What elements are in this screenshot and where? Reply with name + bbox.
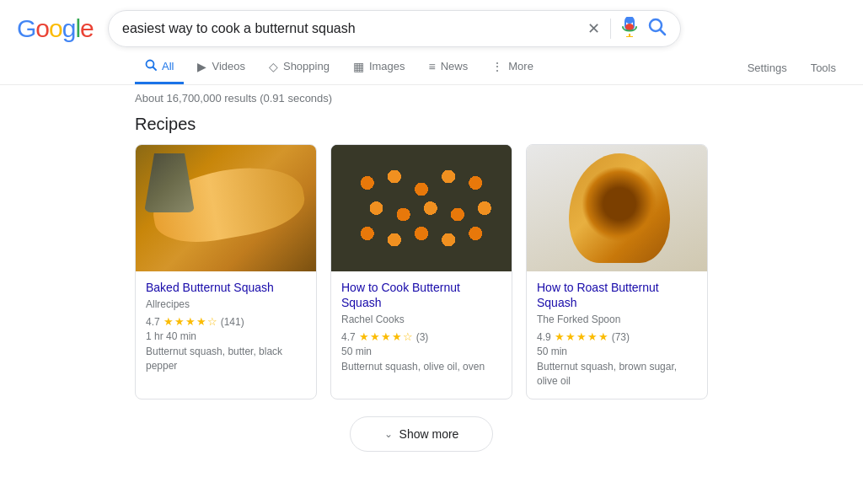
settings-link[interactable]: Settings xyxy=(737,53,797,83)
recipe-card-baked[interactable]: Baked Butternut Squash Allrecipes 4.7 ★ … xyxy=(135,144,317,399)
star-2: ★ xyxy=(370,330,380,343)
video-icon: ▶ xyxy=(197,60,206,73)
recipe-source-roast: The Forked Spoon xyxy=(537,314,697,325)
stars-roast: ★ ★ ★ ★ ★ xyxy=(555,330,608,343)
recipe-info-roast: How to Roast Butternut Squash The Forked… xyxy=(527,271,707,399)
tab-news-label: News xyxy=(441,60,469,72)
recipe-rating-cook: 4.7 ★ ★ ★ ★ ☆ (3) xyxy=(341,330,501,343)
result-stats: About 16,700,000 results (0.91 seconds) xyxy=(0,85,863,111)
recipe-time-cook: 50 min xyxy=(341,346,501,357)
recipe-time-roast: 50 min xyxy=(537,346,697,357)
nav-tabs: All ▶ Videos ◇ Shopping ▦ Images ≡ News … xyxy=(0,47,863,85)
recipe-ingredients-cook: Butternut squash, olive oil, oven xyxy=(341,360,501,374)
recipes-section-title: Recipes xyxy=(135,115,708,134)
tab-all-label: All xyxy=(162,60,174,72)
tab-news[interactable]: ≡ News xyxy=(419,51,479,84)
tab-shopping-label: Shopping xyxy=(283,60,330,72)
search-bar[interactable]: easiest way to cook a butternut squash ✕ xyxy=(108,10,681,47)
tab-images[interactable]: ▦ Images xyxy=(343,51,415,84)
stars-baked: ★ ★ ★ ★ ☆ xyxy=(163,315,217,328)
recipe-ingredients-baked: Butternut squash, butter, black pepper xyxy=(146,345,306,373)
tab-more-label: More xyxy=(508,60,533,72)
recipe-image-roast xyxy=(527,145,707,271)
main-content: Recipes Baked Butternut Squash Allrecipe… xyxy=(0,111,725,469)
recipe-image-cook xyxy=(331,145,512,271)
recipe-card-cook[interactable]: How to Cook Butternut Squash Rachel Cook… xyxy=(330,144,512,399)
rating-number-roast: 4.9 xyxy=(537,331,551,343)
recipe-source-cook: Rachel Cooks xyxy=(341,314,501,325)
nav-right: Settings Tools xyxy=(737,53,846,83)
baked-image-placeholder xyxy=(136,145,316,271)
more-icon: ⋮ xyxy=(491,60,503,73)
star-4: ★ xyxy=(392,330,402,343)
recipe-rating-roast: 4.9 ★ ★ ★ ★ ★ (73) xyxy=(537,330,697,343)
tab-more[interactable]: ⋮ More xyxy=(481,51,544,84)
shopping-icon: ◇ xyxy=(269,60,278,73)
tab-videos-label: Videos xyxy=(212,60,245,72)
star-1: ★ xyxy=(555,330,565,343)
logo-letter-o2: o xyxy=(49,14,62,42)
star-2: ★ xyxy=(174,315,185,328)
star-1: ★ xyxy=(163,315,174,328)
chevron-down-icon: ⌄ xyxy=(384,428,393,440)
recipe-title-baked[interactable]: Baked Butternut Squash xyxy=(146,280,306,295)
result-stats-text: About 16,700,000 results (0.91 seconds) xyxy=(135,92,332,105)
logo-letter-g: G xyxy=(17,14,35,42)
star-half: ☆ xyxy=(403,330,413,343)
logo-letter-g2: g xyxy=(62,14,76,42)
tab-images-label: Images xyxy=(369,60,405,72)
recipe-info-baked: Baked Butternut Squash Allrecipes 4.7 ★ … xyxy=(136,271,316,383)
star-3: ★ xyxy=(185,315,196,328)
tab-videos[interactable]: ▶ Videos xyxy=(187,51,255,84)
images-icon: ▦ xyxy=(353,60,364,73)
recipe-rating-baked: 4.7 ★ ★ ★ ★ ☆ (141) xyxy=(146,315,306,328)
svg-line-8 xyxy=(153,67,157,71)
search-icon xyxy=(145,59,157,73)
show-more-container: ⌄ Show more xyxy=(135,416,708,452)
review-count-baked: (141) xyxy=(221,316,244,328)
review-count-roast: (73) xyxy=(612,331,630,343)
recipe-title-cook[interactable]: How to Cook Butternut Squash xyxy=(341,280,501,310)
recipe-image-baked xyxy=(136,145,316,271)
star-3: ★ xyxy=(381,330,391,343)
svg-line-6 xyxy=(661,29,666,35)
tab-shopping[interactable]: ◇ Shopping xyxy=(259,51,340,84)
recipe-info-cook: How to Cook Butternut Squash Rachel Cook… xyxy=(331,271,512,384)
search-submit-icon[interactable] xyxy=(648,18,667,40)
star-4: ★ xyxy=(196,315,206,328)
header: Google easiest way to cook a butternut s… xyxy=(0,0,863,47)
icon-divider xyxy=(610,19,611,39)
google-logo[interactable]: Google xyxy=(17,14,94,43)
search-bar-wrapper: easiest way to cook a butternut squash ✕ xyxy=(108,10,681,47)
star-5: ★ xyxy=(598,330,608,343)
news-icon: ≡ xyxy=(429,60,436,73)
review-count-cook: (3) xyxy=(416,331,429,343)
tools-link[interactable]: Tools xyxy=(801,53,846,83)
show-more-label: Show more xyxy=(399,427,459,441)
star-4: ★ xyxy=(587,330,598,343)
star-half: ☆ xyxy=(207,315,217,328)
svg-rect-1 xyxy=(625,17,634,24)
recipe-card-roast[interactable]: How to Roast Butternut Squash The Forked… xyxy=(526,144,708,399)
clear-icon[interactable]: ✕ xyxy=(587,21,600,36)
star-2: ★ xyxy=(566,330,576,343)
show-more-button[interactable]: ⌄ Show more xyxy=(350,416,494,452)
recipe-title-roast[interactable]: How to Roast Butternut Squash xyxy=(537,280,697,310)
search-query-text: easiest way to cook a butternut squash xyxy=(122,21,581,36)
roast-image-placeholder xyxy=(527,145,707,271)
recipe-ingredients-roast: Butternut squash, brown sugar, olive oil xyxy=(537,360,697,389)
recipe-cards-container: Baked Butternut Squash Allrecipes 4.7 ★ … xyxy=(135,144,708,399)
recipe-source-baked: Allrecipes xyxy=(146,298,306,310)
tab-all[interactable]: All xyxy=(135,51,184,84)
rating-number-baked: 4.7 xyxy=(146,316,160,328)
logo-letter-o1: o xyxy=(35,14,49,42)
microphone-icon[interactable] xyxy=(621,17,638,41)
star-1: ★ xyxy=(359,330,369,343)
cook-image-placeholder xyxy=(331,145,512,271)
logo-letter-e: e xyxy=(80,14,94,42)
rating-number-cook: 4.7 xyxy=(341,331,356,343)
recipe-time-baked: 1 hr 40 min xyxy=(146,330,306,342)
search-icons: ✕ xyxy=(587,17,667,41)
svg-rect-2 xyxy=(625,24,634,30)
stars-cook: ★ ★ ★ ★ ☆ xyxy=(359,330,413,343)
